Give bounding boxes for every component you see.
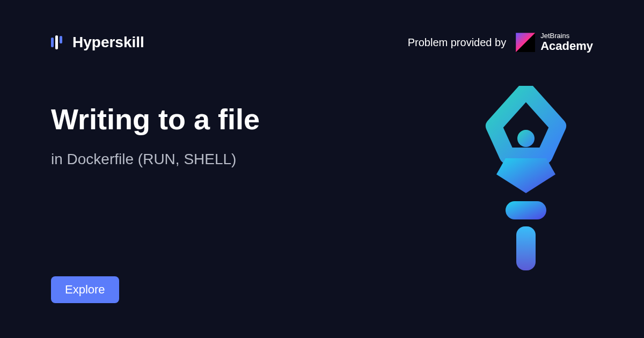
- svg-rect-1: [506, 201, 546, 219]
- header: Hyperskill Problem provided by JetBrains…: [0, 0, 644, 53]
- provider-block: Problem provided by JetBrains Academy: [408, 32, 593, 53]
- svg-point-0: [517, 130, 535, 147]
- hyperskill-icon: [51, 35, 66, 50]
- brand-name: Hyperskill: [72, 34, 144, 51]
- page-title: Writing to a file: [51, 104, 260, 135]
- jetbrains-line1: JetBrains: [540, 32, 593, 40]
- svg-rect-2: [516, 226, 536, 270]
- jetbrains-academy-logo: JetBrains Academy: [516, 32, 593, 53]
- jetbrains-line2: Academy: [540, 40, 593, 53]
- text-block: Writing to a file in Dockerfile (RUN, SH…: [51, 104, 260, 167]
- provider-label: Problem provided by: [408, 36, 506, 49]
- hyperskill-logo: Hyperskill: [51, 34, 144, 51]
- page-subtitle: in Dockerfile (RUN, SHELL): [51, 151, 260, 168]
- pen-nib-decoration-icon: [478, 86, 574, 274]
- explore-button[interactable]: Explore: [51, 276, 119, 303]
- jetbrains-academy-text: JetBrains Academy: [540, 32, 593, 53]
- jetbrains-icon: [516, 33, 535, 52]
